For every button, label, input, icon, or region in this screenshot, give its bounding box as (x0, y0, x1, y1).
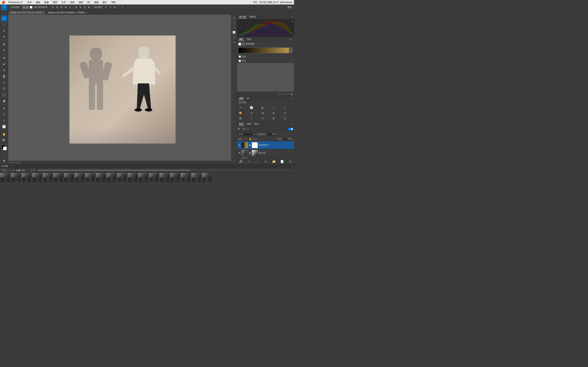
add-adjustment-btn[interactable]: ⊕ (264, 159, 268, 164)
menu-edit[interactable]: 编辑 (35, 1, 41, 4)
layer-item-gradient-map[interactable]: 👁 🔒 渐变映射 1 (237, 141, 294, 149)
timeline-frame-47[interactable]: 47 0.04s (117, 173, 127, 183)
tab-channels[interactable]: 通道 (246, 122, 252, 125)
tab-document-2[interactable]: 未标题-10 @ 100% (渐变映射 1, RGB/8) ✕ (46, 10, 89, 15)
menu-text[interactable]: 文字 (61, 1, 67, 4)
tab-2-close[interactable]: ✕ (85, 11, 87, 14)
gradient-preview[interactable]: ▼ (238, 48, 293, 53)
gradient-dropdown-arrow[interactable]: ▼ (289, 48, 293, 53)
dodge-tool[interactable]: ◕ (1, 98, 7, 104)
adjustments-expand-icon[interactable]: ≡ (292, 97, 293, 100)
path-select-tool[interactable]: ↗ (1, 118, 7, 123)
timeline-play-btn[interactable]: ▶ (18, 169, 20, 172)
menu-window[interactable]: 窗口 (102, 1, 108, 4)
apple-menu[interactable]: 🍎 (2, 1, 5, 4)
timeline-frame-43[interactable]: 43 0.04s (75, 173, 85, 183)
auto-select-dropdown[interactable]: 组 (22, 6, 29, 9)
timeline-frame-49[interactable]: 49 0.04s (138, 173, 148, 183)
3d-scale-btn[interactable]: ⤡ (121, 6, 124, 9)
tab-properties[interactable]: 属性 (238, 38, 244, 41)
timeline-frame-52[interactable]: 52 0.04s (170, 173, 180, 183)
properties-expand-icon[interactable]: ≡ (289, 38, 290, 41)
extra-panel-toggle[interactable]: ⊕ (232, 40, 236, 44)
timeline-tween-btn[interactable]: ⋯ (26, 169, 29, 172)
adj-threshold-icon[interactable]: ▤ (271, 116, 276, 121)
loop-forever-btn[interactable]: 永远 (1, 168, 7, 172)
tab-info[interactable]: 信息 (246, 38, 252, 41)
reverse-checkbox[interactable] (239, 60, 241, 62)
type-tool[interactable]: T (1, 111, 7, 117)
move-tool[interactable]: ✛ (1, 16, 7, 21)
timeline-frame-46[interactable]: 46 0.04s (106, 173, 117, 183)
adj-exposure-icon[interactable]: △ (271, 105, 276, 110)
opacity-input[interactable] (267, 133, 277, 136)
tab-paths[interactable]: 路径 (254, 122, 260, 125)
delete-layer-btn[interactable]: 🗑 (288, 159, 292, 164)
adj-brightness-icon[interactable]: ☀ (238, 105, 243, 110)
timeline-frame-40[interactable]: 40 0.04s (43, 173, 53, 183)
magic-wand-tool[interactable]: ✦ (1, 34, 7, 40)
fx-icon[interactable]: fx (255, 138, 257, 140)
3d-rotate-btn[interactable]: ↻ (104, 6, 108, 9)
timeline-frame-44[interactable]: 44 0.04s (85, 173, 95, 183)
tab-document-1[interactable]: 未标题-9 @ 100% (静止层, RGB/8) ✕ (8, 10, 46, 15)
history-brush-tool[interactable]: ⌛ (1, 73, 7, 79)
tab-histogram[interactable]: 直方图 (238, 15, 247, 18)
background-color[interactable] (3, 147, 7, 150)
adj-colorbalance-icon[interactable]: ⊕ (249, 110, 254, 115)
shape-tool[interactable]: ⬜ (1, 124, 7, 129)
timeline-frame-39[interactable]: 39 0.04s (32, 173, 42, 183)
layer-type-filter[interactable]: 类型 (241, 127, 250, 131)
histogram-expand-icon[interactable]: ≡ (292, 16, 293, 18)
menu-filter[interactable]: 滤镜 (78, 1, 84, 4)
adj-posterize-icon[interactable]: ◎ (260, 116, 265, 121)
histogram-panel-toggle[interactable]: 📊 (232, 30, 236, 35)
lock-pixels-icon[interactable]: ⬚ (243, 138, 245, 140)
zoom-tool[interactable]: 🔍 (1, 137, 7, 143)
timeline-frame-38[interactable]: 38 0.04s (21, 173, 32, 183)
timeline-frame-51[interactable]: 51 0.04s (159, 173, 170, 183)
timeline-frame-48[interactable]: 48 0.04s (128, 173, 138, 183)
properties-btn-1[interactable]: ⬛ (278, 92, 282, 96)
blur-tool[interactable]: ◯ (1, 92, 7, 98)
adj-bw-icon[interactable]: ◑ (260, 110, 265, 115)
info-panel-toggle[interactable]: ℹ (232, 20, 236, 25)
align-btn-4[interactable]: ⊠ (64, 6, 67, 9)
show-transform-checkbox[interactable] (30, 6, 33, 8)
3d-roll-btn[interactable]: ↺ (109, 6, 112, 9)
menu-3d[interactable]: 3D (86, 1, 91, 3)
timeline-frame-50[interactable]: 50 0.04s (149, 173, 159, 183)
timeline-scrollbar[interactable] (37, 170, 292, 171)
timeline-prev-btn[interactable]: ◀ (16, 169, 17, 172)
adj-gradientmap-icon[interactable]: ◫ (282, 116, 287, 121)
menu-image[interactable]: 图像 (43, 1, 50, 4)
menu-view[interactable]: 视图 (93, 1, 99, 4)
align-btn-3[interactable]: ⊞ (60, 6, 63, 9)
properties-btn-2[interactable]: ↩ (283, 92, 285, 96)
add-style-btn[interactable]: fx (247, 159, 251, 164)
quick-mask-btn[interactable]: ⬛ (1, 151, 7, 157)
add-group-btn[interactable]: 📁 (272, 159, 276, 164)
tab-1-close[interactable]: ✕ (43, 11, 44, 14)
align-btn-5[interactable]: ⊡ (68, 6, 72, 9)
layer-visibility-still[interactable]: 👁 (238, 151, 241, 154)
3d-pan-btn[interactable]: ⊕ (113, 6, 116, 9)
distribute-btn-4[interactable]: ⊠ (87, 6, 91, 9)
properties-btn-3[interactable]: ↗ (287, 92, 289, 96)
menu-layer[interactable]: 图层 (52, 1, 58, 4)
tab-library[interactable]: 库 (246, 97, 250, 100)
timeline-frame-41[interactable]: 41 0.04s (53, 173, 63, 183)
move-tool-btn[interactable]: ✛ (1, 4, 7, 10)
adj-colorlookup-icon[interactable]: ▦ (238, 116, 243, 121)
timeline-next-btn[interactable]: ▶▶ (22, 169, 25, 172)
adj-channelmixer-icon[interactable]: ⊗ (282, 110, 287, 115)
layers-expand-icon[interactable]: ≡ (292, 123, 293, 125)
timeline-frame-45[interactable]: 45 0.04s (96, 173, 106, 183)
chain-icon-1[interactable]: ⊕ (252, 138, 254, 140)
adjustments-panel-toggle[interactable]: ⚙ (232, 16, 236, 20)
layer-visibility-gradient-map[interactable]: 👁 (238, 144, 241, 147)
timeline-frame-36[interactable]: 36 0.04s (0, 173, 10, 183)
timeline-frame-42[interactable]: 42 0.04s (64, 173, 74, 183)
layers-panel-toggle[interactable]: ⬛ (232, 35, 236, 40)
tab-navigator[interactable]: 导航器 (248, 15, 257, 18)
